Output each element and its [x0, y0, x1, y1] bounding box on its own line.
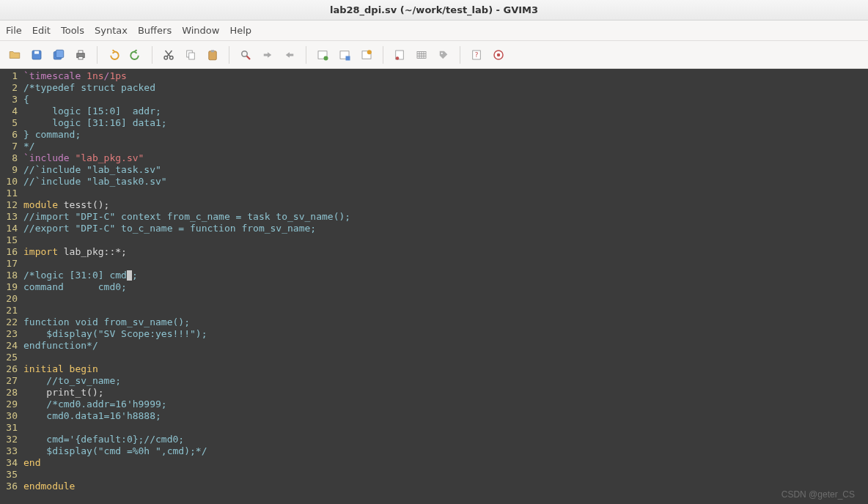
undo-icon[interactable] [105, 46, 122, 64]
code-line[interactable]: logic [15:0] addr; [23, 105, 868, 117]
code-line[interactable]: `timescale 1ns/1ps [23, 70, 868, 82]
code-line[interactable]: //import "DPI-C" context from_c_name = t… [23, 211, 868, 223]
line-number: 6 [0, 129, 18, 141]
paste-icon[interactable] [204, 46, 221, 64]
svg-rect-12 [211, 50, 215, 52]
code-line[interactable]: { [23, 94, 868, 105]
line-number: 36 [0, 481, 18, 492]
code-line[interactable]: endmodule [23, 481, 868, 492]
menubar: File Edit Tools Syntax Buffers Window He… [0, 21, 868, 41]
open-icon[interactable] [6, 46, 23, 64]
script-icon[interactable] [391, 46, 408, 64]
code-line[interactable]: /*typedef struct packed [23, 82, 868, 94]
line-number: 7 [0, 141, 18, 152]
line-number: 31 [0, 422, 18, 434]
menu-buffers[interactable]: Buffers [138, 25, 172, 36]
svg-point-27 [497, 53, 501, 56]
code-line[interactable]: //to_sv_name; [23, 375, 868, 387]
code-line[interactable] [23, 422, 868, 434]
code-line[interactable]: function void from_sv_name(); [23, 316, 868, 328]
menu-window[interactable]: Window [182, 25, 219, 36]
code-line[interactable]: cmd0.data1=16'h8888; [23, 410, 868, 422]
menu-syntax[interactable]: Syntax [95, 25, 128, 36]
code-line[interactable] [23, 352, 868, 363]
svg-rect-5 [78, 51, 83, 53]
line-number: 20 [0, 293, 18, 305]
savesession-icon[interactable] [358, 46, 375, 64]
line-number: 9 [0, 164, 18, 176]
code-line[interactable]: /*logic [31:0] cmd; [23, 270, 868, 281]
saveall-icon[interactable] [50, 46, 67, 64]
line-number: 34 [0, 457, 18, 469]
help-icon[interactable]: ? [468, 46, 485, 64]
code-line[interactable]: cmd='{default:0};//cmd0; [23, 434, 868, 445]
line-number: 33 [0, 445, 18, 457]
code-line[interactable] [23, 305, 868, 316]
code-line[interactable] [23, 469, 868, 481]
svg-rect-3 [56, 50, 64, 58]
cut-icon[interactable] [160, 46, 177, 64]
code-line[interactable]: //`include "lab_task0.sv" [23, 176, 868, 188]
menu-help[interactable]: Help [229, 25, 251, 36]
code-line[interactable]: `include "lab_pkg.sv" [23, 152, 868, 164]
menu-edit[interactable]: Edit [32, 25, 51, 36]
svg-point-13 [242, 51, 248, 56]
line-number: 11 [0, 188, 18, 199]
line-number: 23 [0, 328, 18, 340]
code-line[interactable]: //export "DPI-C" to_c_name = function fr… [23, 223, 868, 234]
save-icon[interactable] [28, 46, 45, 64]
opensession-icon[interactable] [336, 46, 353, 64]
redo-icon[interactable] [127, 46, 144, 64]
code-content[interactable]: `timescale 1ns/1ps/*typedef struct packe… [21, 69, 868, 504]
code-line[interactable]: //`include "lab_task.sv" [23, 164, 868, 176]
line-number: 26 [0, 363, 18, 375]
code-line[interactable]: logic [31:16] data1; [23, 117, 868, 129]
line-number: 21 [0, 305, 18, 316]
svg-point-19 [367, 50, 372, 54]
line-number: 12 [0, 199, 18, 211]
menu-file[interactable]: File [6, 25, 22, 36]
menu-tools[interactable]: Tools [61, 25, 84, 36]
code-line[interactable]: import lab_pkg::*; [23, 246, 868, 258]
line-number: 24 [0, 340, 18, 352]
code-line[interactable]: command cmd0; [23, 281, 868, 293]
code-line[interactable]: end [23, 457, 868, 469]
editor-area[interactable]: 1234567891011121314151617181920212223242… [0, 69, 868, 504]
svg-point-23 [441, 52, 443, 53]
code-line[interactable] [23, 293, 868, 305]
findhelp-icon[interactable] [490, 46, 507, 64]
tags-icon[interactable] [435, 46, 452, 64]
code-line[interactable]: print_t(); [23, 387, 868, 399]
line-number: 8 [0, 152, 18, 164]
svg-point-15 [324, 56, 328, 60]
findnext-icon[interactable] [259, 46, 276, 64]
line-number: 30 [0, 410, 18, 422]
line-number: 25 [0, 352, 18, 363]
findprev-icon[interactable] [281, 46, 298, 64]
code-line[interactable]: */ [23, 141, 868, 152]
svg-rect-10 [189, 53, 195, 59]
code-line[interactable]: $display("cmd =%0h ",cmd);*/ [23, 445, 868, 457]
code-line[interactable]: module tesst(); [23, 199, 868, 211]
code-line[interactable]: endfunction*/ [23, 340, 868, 352]
code-line[interactable]: } command; [23, 129, 868, 141]
copy-icon[interactable] [182, 46, 199, 64]
svg-rect-6 [78, 56, 83, 59]
code-line[interactable]: $display("SV Scope:yes!!!"); [23, 328, 868, 340]
svg-point-21 [396, 56, 400, 60]
code-line[interactable]: initial begin [23, 363, 868, 375]
code-line[interactable] [23, 258, 868, 270]
newsession-icon[interactable] [314, 46, 331, 64]
line-number: 28 [0, 387, 18, 399]
make-icon[interactable] [413, 46, 430, 64]
print-icon[interactable] [72, 46, 89, 64]
code-line[interactable]: /*cmd0.addr=16'h9999; [23, 399, 868, 410]
code-line[interactable] [23, 234, 868, 246]
code-line[interactable] [23, 188, 868, 199]
line-number-gutter: 1234567891011121314151617181920212223242… [0, 69, 21, 504]
line-number: 10 [0, 176, 18, 188]
svg-text:?: ? [474, 51, 478, 59]
line-number: 4 [0, 105, 18, 117]
svg-rect-1 [34, 51, 39, 53]
findreplace-icon[interactable] [237, 46, 254, 64]
